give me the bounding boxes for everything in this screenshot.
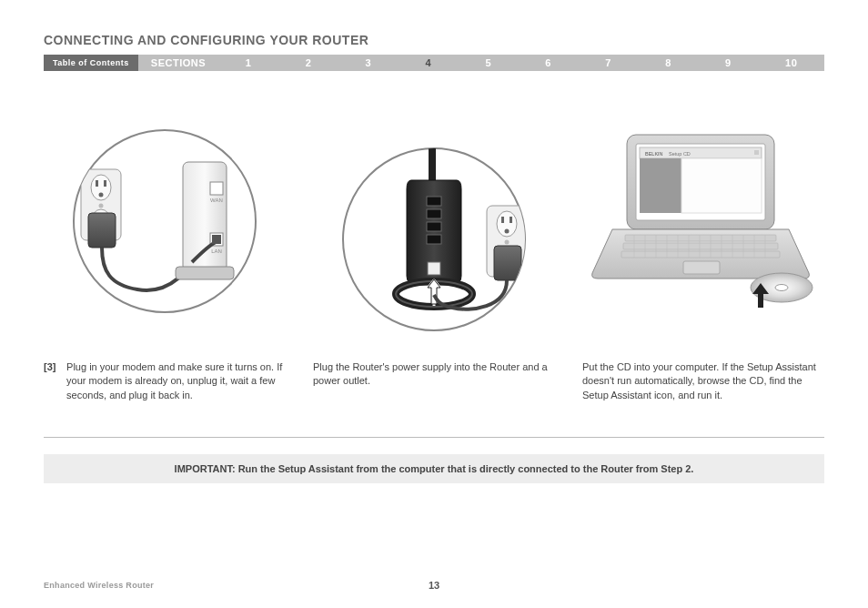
caption-number: [3]: [44, 360, 64, 374]
caption-cd: Put the CD into your computer. If the Se…: [582, 360, 824, 402]
caption-text: Plug the Router's power supply into the …: [313, 360, 555, 389]
svg-rect-37: [754, 150, 759, 155]
page-number: 13: [44, 580, 824, 591]
section-link-3[interactable]: 3: [366, 57, 372, 68]
caption-text: Put the CD into your computer. If the Se…: [582, 360, 824, 402]
section-link-5[interactable]: 5: [485, 57, 491, 68]
svg-rect-56: [683, 261, 720, 274]
svg-rect-16: [212, 235, 221, 244]
svg-point-6: [99, 193, 104, 198]
important-note: IMPORTANT: Run the Setup Assistant from …: [44, 437, 824, 483]
svg-rect-32: [494, 246, 521, 280]
svg-rect-41: [623, 243, 778, 249]
svg-point-8: [99, 204, 104, 208]
svg-rect-23: [427, 209, 441, 218]
svg-rect-12: [210, 182, 223, 195]
svg-rect-4: [96, 180, 98, 187]
svg-rect-39: [681, 158, 762, 213]
svg-rect-25: [427, 235, 441, 244]
caption-router-power: Plug the Router's power supply into the …: [313, 360, 555, 402]
svg-text:WAN: WAN: [210, 198, 223, 203]
screen-window-title: Setup CD: [669, 151, 691, 157]
figure-router-power: [313, 126, 555, 335]
svg-rect-10: [183, 162, 227, 271]
section-link-2[interactable]: 2: [306, 57, 312, 68]
svg-rect-11: [176, 267, 234, 279]
figure-laptop-cd: BELKIN Setup CD: [582, 126, 824, 335]
svg-rect-24: [427, 222, 441, 231]
sections-label: SECTIONS: [138, 55, 218, 71]
sections-nav: Table of Contents SECTIONS 1 2 3 4 5 6 7…: [44, 55, 824, 71]
svg-rect-30: [510, 217, 512, 223]
svg-rect-40: [625, 235, 776, 241]
toc-link[interactable]: Table of Contents: [44, 55, 138, 71]
svg-point-31: [505, 229, 510, 234]
svg-rect-22: [427, 197, 441, 206]
important-text: IMPORTANT: Run the Setup Assistant from …: [44, 454, 824, 483]
section-link-4[interactable]: 4: [425, 57, 431, 68]
section-link-8[interactable]: 8: [665, 57, 671, 68]
svg-rect-9: [88, 213, 116, 248]
screen-brand: BELKIN: [645, 151, 663, 157]
section-link-1[interactable]: 1: [246, 57, 252, 68]
svg-rect-38: [640, 158, 681, 213]
svg-rect-5: [104, 180, 106, 187]
svg-rect-29: [501, 217, 504, 223]
svg-rect-26: [428, 262, 440, 275]
caption-text: Plug in your modem and make sure it turn…: [66, 360, 285, 402]
section-link-10[interactable]: 10: [785, 57, 797, 68]
svg-point-33: [505, 240, 510, 245]
section-link-6[interactable]: 6: [545, 57, 551, 68]
section-numbers: 1 2 3 4 5 6 7 8 9 10: [218, 55, 824, 71]
svg-text:LAN: LAN: [211, 248, 222, 254]
page-heading: CONNECTING AND CONFIGURING YOUR ROUTER: [44, 33, 824, 47]
figure-modem-outlet: WAN LAN: [44, 126, 286, 335]
caption-step-3: [3] Plug in your modem and make sure it …: [44, 360, 286, 402]
svg-point-58: [775, 285, 788, 291]
section-link-9[interactable]: 9: [725, 57, 732, 68]
section-link-7[interactable]: 7: [605, 57, 611, 68]
